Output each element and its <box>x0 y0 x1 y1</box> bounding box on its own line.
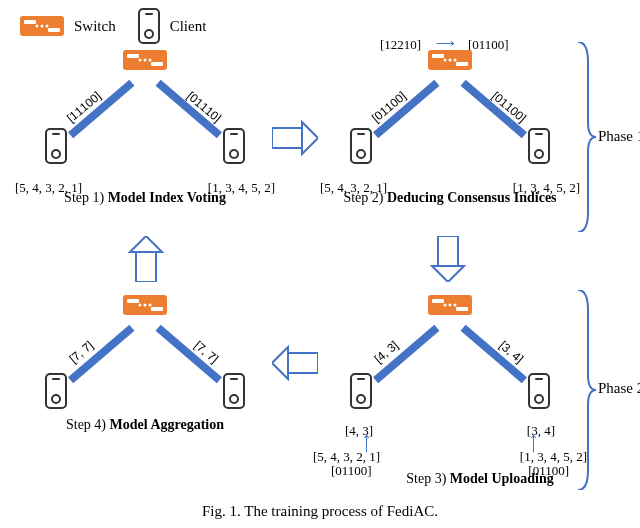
flow-arrow-right <box>272 120 318 156</box>
client-icon <box>350 128 372 164</box>
legend: Switch Client <box>20 8 206 44</box>
edge-right: [7, 7] <box>192 338 221 366</box>
client-icon <box>528 128 550 164</box>
flow-arrow-left <box>272 345 318 381</box>
brace-icon <box>578 42 596 232</box>
edge-right: [01100] <box>489 89 529 125</box>
svg-marker-13 <box>427 319 447 338</box>
step4: [7, 7] [7, 7] Step 4) Model Aggregation <box>30 295 260 433</box>
client-right-data: [1, 3, 4, 5, 2] <box>513 180 580 196</box>
edge-left: [7, 7] <box>67 338 96 366</box>
client-icon <box>45 373 67 409</box>
switch-icon <box>123 50 167 70</box>
client-icon <box>528 373 550 409</box>
client-icon <box>223 128 245 164</box>
svg-rect-16 <box>272 128 302 148</box>
switch-icon <box>20 16 64 36</box>
client-icon <box>138 8 160 44</box>
step3: [4, 3] [3, 4] [4, 3] [3, 4] ⟶ ⟶ [5, 4, 3… <box>335 295 565 487</box>
svg-rect-20 <box>288 353 318 373</box>
edge-left: [01100] <box>369 89 409 125</box>
phase2-label: Phase 2 <box>598 380 640 397</box>
top-a: [12210] <box>380 37 421 53</box>
step4-label: Step 4) Model Aggregation <box>30 417 260 433</box>
phase1-label: Phase 1 <box>598 128 640 145</box>
brace-icon <box>578 290 596 490</box>
step2: [12210] ⟶ [01100] [01100] [01100] [5, 4,… <box>335 50 565 206</box>
switch-icon <box>123 295 167 315</box>
client-right-data: [1, 3, 4, 5, 2] <box>208 180 275 196</box>
legend-client-label: Client <box>170 18 207 35</box>
flow-arrow-down <box>430 236 466 282</box>
edge-right: [3, 4] <box>497 338 526 366</box>
client-left-data: [5, 4, 3, 2, 1] <box>320 180 387 196</box>
edge-left: [4, 3] <box>372 338 401 366</box>
edge-right: [01110] <box>184 89 224 125</box>
switch-icon <box>428 295 472 315</box>
client-icon <box>45 128 67 164</box>
svg-marker-21 <box>272 347 288 379</box>
client-icon <box>350 373 372 409</box>
svg-rect-22 <box>136 252 156 282</box>
flow-arrow-up <box>128 236 164 282</box>
top-b: [01100] <box>468 37 509 53</box>
svg-marker-1 <box>122 74 142 93</box>
mask-left: [01100] <box>331 463 372 479</box>
switch-icon <box>428 50 472 70</box>
svg-marker-17 <box>302 122 318 154</box>
client-left-data: [5, 4, 3, 2, 1] <box>15 180 82 196</box>
step1: [11100] [01110] [5, 4, 3, 2, 1] [1, 3, 4… <box>30 50 260 206</box>
svg-marker-19 <box>432 266 464 282</box>
figure-caption: Fig. 1. The training process of FediAC. <box>0 503 640 520</box>
legend-switch-label: Switch <box>74 18 116 35</box>
edge-left: [11100] <box>64 89 104 125</box>
svg-marker-15 <box>453 319 473 338</box>
client-icon <box>223 373 245 409</box>
mask-right: [01100] <box>528 463 569 479</box>
svg-rect-18 <box>438 236 458 266</box>
svg-marker-23 <box>130 236 162 252</box>
svg-marker-3 <box>148 74 168 93</box>
